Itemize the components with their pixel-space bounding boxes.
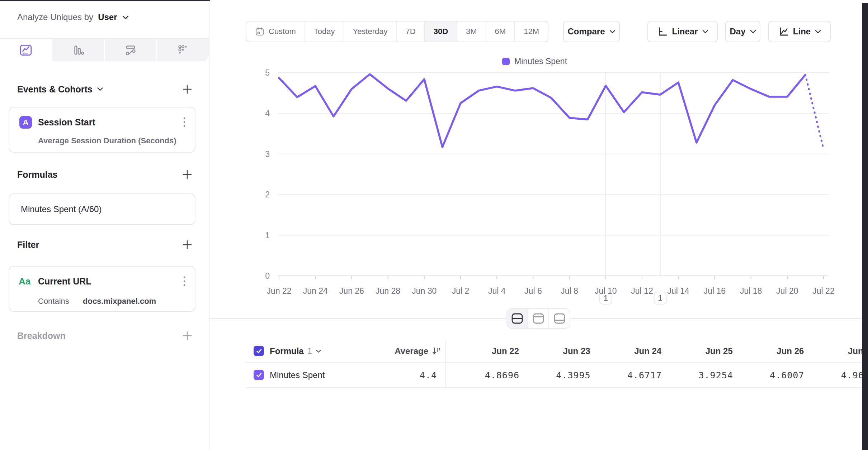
x-axis-label: Jul 4 <box>488 286 506 296</box>
x-axis-label: Jul 22 <box>812 286 834 296</box>
toggle-chart-only-view[interactable] <box>528 309 549 328</box>
y-axis-label: 3 <box>265 149 270 159</box>
x-axis-label: Jun 28 <box>376 286 400 296</box>
top-panel-view-icon <box>532 313 545 324</box>
average-column-header[interactable]: Average <box>346 340 441 363</box>
table-value-cell-jun-25: 3.9254 <box>665 363 733 388</box>
check-icon <box>255 348 263 355</box>
x-axis-label: Jul 14 <box>667 286 690 296</box>
split-view-icon <box>511 313 524 324</box>
formula-header[interactable]: Formula 1 <box>270 340 321 363</box>
window-top-edge <box>0 0 210 1</box>
y-axis-label: 0 <box>265 271 270 281</box>
table-header-cell-jun-24[interactable]: Jun 24 <box>593 340 661 363</box>
average-value-cell: 4.4 <box>369 363 437 388</box>
results-table: Formula 1 Average Minutes Spent 4.4 Jun … <box>246 340 868 389</box>
sort-icon <box>432 346 441 356</box>
table-header-cell-jun-22[interactable]: Jun 22 <box>451 340 519 363</box>
series-checkbox[interactable] <box>254 370 264 380</box>
view-toggle-group <box>506 308 570 329</box>
x-axis-label: Jun 22 <box>266 286 291 296</box>
x-axis-label: Jul 10 <box>595 286 617 296</box>
table-value-cell-jun-22: 4.8696 <box>451 363 519 388</box>
table-header-cell-jun-23[interactable]: Jun 23 <box>522 340 590 363</box>
table-value-cell-jun-27: 4.9640 <box>807 363 868 388</box>
formula-header-index: 1 <box>307 346 312 356</box>
formula-header-label: Formula <box>270 346 304 356</box>
series-line-minutes-spent[interactable] <box>279 74 805 147</box>
x-axis-label: Jul 2 <box>452 286 470 296</box>
mixpanel-insights-app: Analyze Uniques by User <box>0 0 868 450</box>
x-axis-label: Jul 18 <box>740 286 762 296</box>
table-column-divider <box>445 340 445 388</box>
table-header-cell-jun-26[interactable]: Jun 26 <box>736 340 804 363</box>
toggle-table-only-view[interactable] <box>548 309 570 328</box>
toggle-split-view[interactable] <box>507 309 528 328</box>
x-axis-label: Jul 16 <box>704 286 726 296</box>
table-header-cell-jun-27[interactable]: Jun 27 <box>807 340 868 363</box>
y-axis-label: 5 <box>265 68 270 77</box>
average-header-label: Average <box>395 346 428 356</box>
x-axis-label: Jul 20 <box>776 286 798 296</box>
x-axis-label: Jul 12 <box>631 286 653 296</box>
table-value-cell-jun-24: 4.6717 <box>594 363 662 388</box>
x-axis-label: Jul 8 <box>561 286 578 296</box>
window-right-edge <box>862 3 868 450</box>
select-all-checkbox[interactable] <box>254 346 264 356</box>
annotation-count: 1 <box>658 293 662 302</box>
x-axis-label: Jun 24 <box>303 286 328 296</box>
series-line-incomplete-segment <box>805 75 824 149</box>
table-value-cell-jun-26: 4.6007 <box>736 363 804 388</box>
y-axis-label: 2 <box>265 190 270 199</box>
y-axis-label: 1 <box>265 231 270 240</box>
table-header-cell-jun-25[interactable]: Jun 25 <box>665 340 733 363</box>
table-value-cell-jun-23: 4.3995 <box>523 363 591 388</box>
x-axis-label: Jun 30 <box>412 286 437 296</box>
bottom-panel-view-icon <box>553 313 566 324</box>
chevron-down-icon <box>316 349 321 353</box>
x-axis-label: Jun 26 <box>339 286 364 296</box>
y-axis-label: 4 <box>265 109 270 118</box>
series-row-label[interactable]: Minutes Spent <box>270 363 325 388</box>
check-icon <box>255 372 263 379</box>
x-axis-label: Jul 6 <box>524 286 542 296</box>
